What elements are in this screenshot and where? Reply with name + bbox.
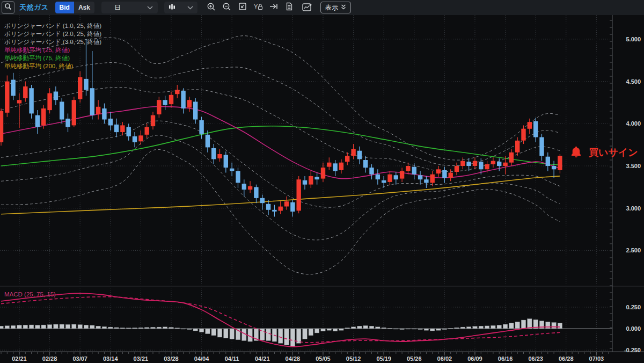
svg-text:Y: Y [254, 3, 258, 10]
y-axis-label: 4.500 [626, 78, 641, 85]
x-axis-label: 06/23 [528, 355, 543, 362]
x-axis-label: 06/28 [559, 355, 574, 362]
x-axis-label: 04/04 [194, 355, 209, 362]
y-axis-label: 5.000 [626, 36, 641, 42]
x-axis-label: 05/05 [316, 355, 331, 362]
chart-type-dropdown[interactable] [164, 2, 197, 13]
zoom-out-icon [222, 2, 231, 13]
chart-canvas[interactable]: 5.0004.5004.0003.5003.0002.5000.2500.000… [0, 15, 644, 363]
chevron-down-icon [187, 4, 193, 11]
macd-axis-label: -0.250 [624, 347, 641, 353]
x-axis-label: 05/19 [376, 355, 391, 362]
x-axis-label: 03/07 [72, 355, 87, 362]
ask-button[interactable]: Ask [74, 2, 94, 13]
candlestick-chart-icon [169, 3, 175, 12]
double-chevron-down-icon [341, 4, 346, 11]
order-list-button[interactable] [283, 1, 296, 14]
x-axis-label: 06/09 [467, 355, 482, 362]
trading-app-window: 天然ガス Bid Ask 日 [0, 0, 644, 363]
zoom-out-button[interactable] [221, 1, 233, 14]
add-indicator-button[interactable] [301, 1, 314, 14]
arrow-to-end-icon [269, 3, 278, 12]
timeframe-value: 日 [114, 3, 121, 12]
x-axis-label: 03/28 [164, 355, 179, 362]
y-axis-label: 2.500 [626, 247, 641, 253]
chart-tools: Y [205, 1, 296, 14]
display-settings-button[interactable]: 表示 [320, 2, 351, 13]
x-axis-label: 04/11 [225, 355, 239, 362]
instrument-name: 天然ガス [19, 3, 49, 12]
y-axis-lock-button[interactable]: Y [252, 1, 265, 14]
x-axis-label: 02/28 [42, 355, 57, 362]
fit-chart-button[interactable] [236, 1, 249, 14]
document-icon [286, 2, 293, 13]
zoom-in-button[interactable] [205, 1, 218, 14]
fit-screen-icon [238, 2, 247, 13]
go-to-latest-button[interactable] [267, 1, 280, 14]
x-axis-label: 03/21 [134, 355, 149, 362]
x-axis-label: 05/12 [346, 355, 361, 362]
chevron-down-icon [147, 4, 153, 11]
y-axis-label: 3.500 [626, 163, 641, 169]
x-axis-label: 05/26 [407, 355, 422, 362]
bid-button[interactable]: Bid [55, 2, 74, 13]
timeframe-dropdown[interactable]: 日 [101, 2, 158, 13]
x-axis-label: 04/21 [255, 355, 270, 362]
display-label: 表示 [325, 3, 338, 12]
x-axis-label: 07/03 [589, 355, 604, 362]
bid-ask-toggle: Bid Ask [55, 2, 94, 13]
chart-area: 5.0004.5004.0003.5003.0002.5000.2500.000… [0, 15, 644, 363]
toolbar: 天然ガス Bid Ask 日 [0, 0, 644, 16]
x-axis-label: 04/28 [286, 355, 301, 362]
macd-axis-label: 0.250 [626, 304, 641, 310]
x-axis-label: 06/16 [498, 355, 513, 362]
y-axis-lock-icon: Y [253, 2, 263, 13]
search-icon [4, 3, 12, 12]
y-axis-label: 4.000 [626, 120, 641, 127]
x-axis-label: 06/02 [437, 355, 452, 362]
zoom-in-icon [207, 2, 216, 13]
symbol-search-button[interactable] [2, 1, 14, 14]
y-axis-label: 3.000 [626, 205, 641, 212]
macd-axis-label: 0.000 [626, 325, 641, 332]
indicator-add-icon [302, 2, 312, 13]
x-axis-label: 02/21 [12, 355, 27, 362]
x-axis-label: 03/14 [103, 355, 118, 362]
